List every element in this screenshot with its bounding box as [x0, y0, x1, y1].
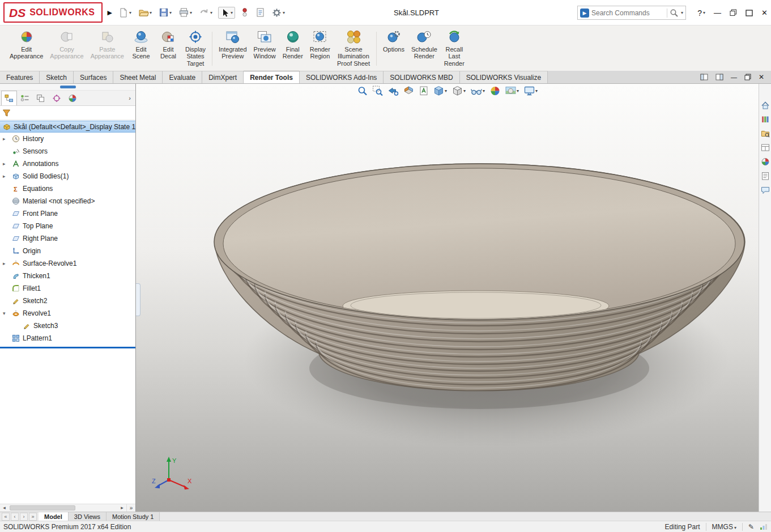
tree-item-front-plane[interactable]: Front Plane — [0, 207, 135, 220]
tab-features[interactable]: Features — [0, 71, 40, 83]
rollback-bar[interactable] — [0, 347, 135, 348]
magnifier-icon[interactable] — [670, 8, 679, 18]
caret-down-icon[interactable]: ▾ — [483, 88, 485, 93]
panel-expand-button[interactable]: » — [126, 504, 135, 512]
minimize-button[interactable]: — — [714, 8, 721, 17]
scroll-left-arrow[interactable]: ◂ — [0, 504, 8, 512]
tab-surfaces[interactable]: Surfaces — [74, 71, 113, 83]
pane-left-icon[interactable] — [700, 74, 708, 80]
manager-tabs-overflow-chevron[interactable]: › — [124, 91, 135, 105]
unit-system-dropdown[interactable]: MMGS▾ — [712, 523, 736, 531]
tree-root-item[interactable]: Skål (Default<<Default>_Display State 1 — [0, 121, 135, 133]
forum-icon[interactable] — [761, 186, 770, 194]
tree-horizontal-scrollbar[interactable]: ◂ ▸ » — [0, 504, 135, 512]
caret-down-icon[interactable]: ▾ — [231, 10, 233, 15]
zoom-to-fit-icon[interactable] — [357, 86, 368, 96]
tab-model[interactable]: Model — [39, 512, 69, 521]
appearances-scenes-icon[interactable] — [761, 158, 770, 166]
copy-appearance-button[interactable]: Copy Appearance — [47, 27, 86, 70]
tree-item-revolve1[interactable]: ▾ Revolve1 — [0, 307, 135, 320]
tree-filter-input[interactable] — [14, 108, 133, 118]
tab-scroll-first[interactable]: « — [2, 513, 10, 521]
help-button[interactable]: ?▾ — [697, 8, 705, 18]
caret-down-icon[interactable]: ▾ — [129, 10, 131, 15]
tab-motion-study-1[interactable]: Motion Study 1 — [107, 512, 160, 521]
undo-button[interactable]: ▾ — [198, 6, 214, 19]
tree-item-sketch3[interactable]: Sketch3 — [0, 320, 135, 332]
caret-down-icon[interactable]: ▾ — [150, 10, 152, 15]
annotation-views-icon[interactable] — [419, 86, 428, 96]
display-states-target-button[interactable]: Display States Target — [182, 27, 208, 70]
propertymanager-tab[interactable] — [17, 91, 33, 105]
paste-appearance-button[interactable]: Paste Appearance — [88, 27, 127, 70]
select-tool-button[interactable]: ▾ — [218, 7, 235, 19]
previous-view-icon[interactable] — [387, 86, 398, 96]
panel-drag-handle[interactable] — [60, 86, 76, 88]
custom-properties-icon[interactable] — [761, 172, 770, 180]
tree-item-surface-revolve1[interactable]: ▸ Surface-Revolve1 — [0, 257, 135, 270]
rebuild-button[interactable] — [240, 6, 250, 19]
tab-evaluate[interactable]: Evaluate — [163, 71, 202, 83]
tab-scroll-next[interactable]: › — [20, 513, 28, 521]
caret-down-icon[interactable]: ▾ — [517, 88, 519, 93]
save-button[interactable]: ▾ — [157, 6, 173, 19]
final-render-button[interactable]: Final Render — [280, 27, 306, 70]
tree-item-annotations[interactable]: ▸ Annotations — [0, 158, 135, 170]
tree-item-top-plane[interactable]: Top Plane — [0, 220, 135, 232]
tab-sheet-metal[interactable]: Sheet Metal — [113, 71, 163, 83]
edit-appearance-button[interactable]: Edit Appearance — [7, 27, 46, 70]
display-style-icon[interactable]: ▾ — [451, 86, 466, 96]
caret-down-icon[interactable]: ▾ — [535, 88, 538, 93]
search-input[interactable] — [591, 9, 664, 17]
expand-arrow-icon[interactable]: ▸ — [3, 158, 6, 170]
view-orientation-icon[interactable]: ▾ — [433, 86, 447, 96]
search-commands-box[interactable]: ▶ ▾ — [577, 6, 686, 20]
tree-item-origin[interactable]: Origin — [0, 245, 135, 257]
scrollbar-thumb[interactable] — [10, 505, 75, 510]
scroll-right-arrow[interactable]: ▸ — [118, 504, 126, 512]
tree-item-thicken1[interactable]: Thicken1 — [0, 270, 135, 282]
tree-item-history[interactable]: ▸ History — [0, 133, 135, 145]
tab-dimxpert[interactable]: DimXpert — [202, 71, 244, 83]
caret-down-icon[interactable]: ▾ — [681, 10, 683, 15]
render-region-button[interactable]: Render Region — [307, 27, 333, 70]
sketch-status-icon[interactable]: ✎ — [748, 523, 754, 531]
zoom-to-area-icon[interactable] — [372, 86, 383, 96]
expand-arrow-icon[interactable]: ▸ — [3, 170, 6, 182]
design-library-icon[interactable] — [761, 115, 770, 124]
schedule-render-button[interactable]: Schedule Render — [408, 27, 440, 70]
tab-solidworks-add-ins[interactable]: SOLIDWORKS Add-Ins — [300, 71, 384, 83]
tab-3d-views[interactable]: 3D Views — [69, 512, 107, 521]
tree-item-fillet1[interactable]: Fillet1 — [0, 282, 135, 295]
tree-item-right-plane[interactable]: Right Plane — [0, 232, 135, 245]
graphics-area[interactable]: Y X Z ▾ ▾ ▾ ▾ ▾ — [136, 84, 759, 512]
doc-minimize-button[interactable]: — — [731, 74, 737, 80]
collapse-arrow-icon[interactable]: ▾ — [3, 307, 6, 320]
restore-button[interactable] — [730, 9, 737, 16]
print-button[interactable]: ▾ — [177, 6, 193, 19]
caret-down-icon[interactable]: ▾ — [283, 10, 285, 15]
options-gear-button[interactable]: ▾ — [270, 6, 286, 19]
displaymanager-tab[interactable] — [65, 91, 80, 105]
integrated-preview-button[interactable]: Integrated Preview — [216, 27, 250, 70]
tab-scroll-last[interactable]: » — [29, 513, 37, 521]
recall-last-render-button[interactable]: Recall Last Render — [441, 27, 467, 70]
tab-sketch[interactable]: Sketch — [40, 71, 74, 83]
caret-down-icon[interactable]: ▾ — [190, 10, 192, 15]
expand-arrow-icon[interactable]: ▸ — [3, 133, 6, 145]
3d-scene[interactable]: Y X Z — [136, 84, 759, 512]
tree-item-sketch2[interactable]: Sketch2 — [0, 295, 135, 307]
tab-scroll-prev[interactable]: ‹ — [11, 513, 19, 521]
tree-item-solid-bodies[interactable]: ▸ Solid Bodies(1) — [0, 170, 135, 182]
section-view-icon[interactable] — [403, 86, 414, 96]
filter-funnel-icon[interactable] — [2, 109, 11, 117]
configurationmanager-tab[interactable] — [33, 91, 49, 105]
preview-window-button[interactable]: Preview Window — [251, 27, 279, 70]
featuremanager-tab[interactable] — [1, 91, 17, 105]
close-button[interactable]: ✕ — [761, 8, 768, 17]
file-explorer-icon[interactable] — [761, 129, 770, 138]
search-scope-icon[interactable]: ▶ — [580, 8, 589, 18]
tab-solidworks-mbd[interactable]: SOLIDWORKS MBD — [384, 71, 459, 83]
panel-splitter-handle[interactable] — [136, 283, 140, 316]
scrollbar-track[interactable] — [8, 504, 118, 512]
